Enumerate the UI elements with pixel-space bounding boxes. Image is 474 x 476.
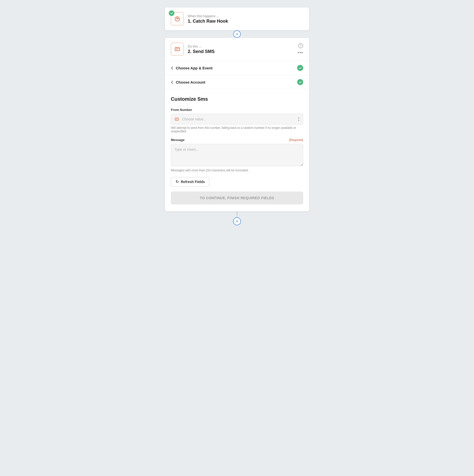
- from-number-group: From Number Choose value... ▲ ▼: [171, 108, 303, 133]
- message-required: (Required): [289, 138, 303, 142]
- trigger-icon-wrapper: [171, 12, 184, 25]
- trigger-title: 1. Catch Raw Hook: [188, 19, 303, 24]
- choose-account-status: [297, 79, 303, 85]
- customize-title: Customize Sms: [171, 96, 303, 102]
- svg-rect-3: [175, 118, 179, 120]
- select-arrows-icon: ▲ ▼: [298, 116, 300, 122]
- from-number-hint: Will attempt to send from this number, f…: [171, 126, 303, 133]
- trigger-label: When this happens ...: [188, 14, 303, 18]
- from-number-placeholder: Choose value...: [182, 117, 295, 121]
- choose-app-left: ❮ Choose App & Event: [171, 66, 213, 70]
- trigger-text: When this happens ... 1. Catch Raw Hook: [188, 14, 303, 24]
- action-card-header: Do this ... 2. Send SMS ? •••: [165, 38, 309, 61]
- more-options-icon[interactable]: •••: [298, 50, 303, 55]
- bottom-connector: +: [233, 211, 241, 225]
- from-number-label: From Number: [171, 108, 303, 112]
- choose-app-label: Choose App & Event: [176, 66, 213, 70]
- continue-button[interactable]: TO CONTINUE, FINISH REQUIRED FIELDS: [171, 191, 303, 204]
- from-number-icon: [174, 116, 180, 122]
- bottom-line: [237, 211, 237, 217]
- message-label-row: Message (Required): [171, 138, 303, 142]
- refresh-fields-label: Refresh Fields: [181, 180, 205, 184]
- trigger-check-badge: [169, 10, 174, 16]
- action-icon-box: [171, 43, 184, 56]
- action-card-actions: ? •••: [298, 43, 303, 55]
- choose-account-section[interactable]: ❮ Choose Account: [165, 75, 309, 89]
- choose-account-label: Choose Account: [176, 80, 205, 84]
- refresh-fields-button[interactable]: ↻ Refresh Fields: [171, 177, 209, 187]
- action-label: Do this ...: [188, 45, 294, 48]
- message-group: Message (Required) Messages with more th…: [171, 138, 303, 172]
- choose-app-status: [297, 65, 303, 71]
- message-label: Message: [171, 138, 185, 142]
- action-card: Do this ... 2. Send SMS ? ••• ❮ Choose A…: [165, 38, 309, 211]
- message-textarea[interactable]: [171, 144, 303, 166]
- svg-rect-2: [175, 48, 180, 51]
- action-card-meta: Do this ... 2. Send SMS: [188, 45, 294, 54]
- top-connector: +: [165, 30, 309, 38]
- customize-section: Customize Sms From Number Choose value..…: [165, 89, 309, 211]
- bottom-add-button[interactable]: +: [233, 217, 241, 225]
- trigger-card: When this happens ... 1. Catch Raw Hook: [165, 7, 309, 30]
- from-number-select[interactable]: Choose value... ▲ ▼: [171, 114, 303, 125]
- action-title: 2. Send SMS: [188, 49, 294, 54]
- help-icon[interactable]: ?: [298, 43, 303, 48]
- refresh-icon: ↻: [176, 180, 179, 184]
- add-step-button[interactable]: +: [233, 30, 241, 38]
- choose-app-section[interactable]: ❮ Choose App & Event: [165, 61, 309, 75]
- message-hint: Messages with more than 153 characters w…: [171, 169, 303, 172]
- chevron-account-icon: ❮: [171, 80, 173, 84]
- chevron-app-icon: ❮: [171, 66, 173, 70]
- choose-account-left: ❮ Choose Account: [171, 80, 205, 84]
